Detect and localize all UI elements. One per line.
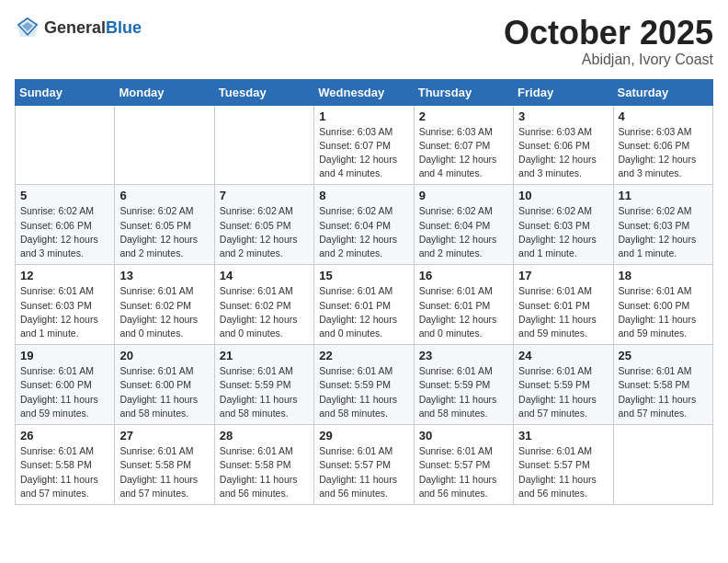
- day-number: 7: [220, 189, 309, 202]
- day-info: Sunrise: 6:01 AM Sunset: 5:58 PM Dayligh…: [619, 364, 708, 420]
- day-info: Sunrise: 6:01 AM Sunset: 6:02 PM Dayligh…: [220, 284, 309, 340]
- weekday-header: Saturday: [613, 79, 712, 105]
- logo: GeneralBlue: [15, 15, 142, 40]
- weekday-header: Monday: [115, 79, 214, 105]
- day-number: 27: [119, 429, 209, 442]
- calendar-cell: 15Sunrise: 6:01 AM Sunset: 6:01 PM Dayli…: [314, 265, 414, 345]
- day-number: 26: [20, 429, 109, 442]
- calendar-cell: 20Sunrise: 6:01 AM Sunset: 6:00 PM Dayli…: [115, 345, 214, 425]
- calendar-cell: 7Sunrise: 6:02 AM Sunset: 6:05 PM Daylig…: [214, 185, 313, 265]
- day-info: Sunrise: 6:01 AM Sunset: 6:01 PM Dayligh…: [419, 284, 508, 340]
- calendar-cell: 31Sunrise: 6:01 AM Sunset: 5:57 PM Dayli…: [514, 425, 613, 505]
- day-number: 12: [20, 269, 109, 282]
- day-number: 1: [319, 109, 408, 123]
- calendar-cell: [214, 105, 313, 185]
- calendar-cell: 22Sunrise: 6:01 AM Sunset: 5:59 PM Dayli…: [314, 345, 414, 425]
- day-info: Sunrise: 6:02 AM Sunset: 6:04 PM Dayligh…: [319, 204, 408, 260]
- logo-general: General: [44, 18, 106, 37]
- calendar-cell: 29Sunrise: 6:01 AM Sunset: 5:57 PM Dayli…: [314, 425, 414, 505]
- day-info: Sunrise: 6:02 AM Sunset: 6:06 PM Dayligh…: [20, 204, 109, 260]
- day-number: 23: [419, 349, 508, 362]
- calendar-cell: 3Sunrise: 6:03 AM Sunset: 6:06 PM Daylig…: [514, 105, 613, 185]
- day-info: Sunrise: 6:03 AM Sunset: 6:07 PM Dayligh…: [319, 125, 408, 181]
- day-number: 25: [619, 349, 708, 362]
- day-number: 18: [619, 269, 708, 282]
- calendar-cell: 14Sunrise: 6:01 AM Sunset: 6:02 PM Dayli…: [214, 265, 313, 345]
- day-info: Sunrise: 6:01 AM Sunset: 6:03 PM Dayligh…: [20, 284, 109, 340]
- day-info: Sunrise: 6:01 AM Sunset: 6:00 PM Dayligh…: [619, 284, 708, 340]
- calendar-cell: 24Sunrise: 6:01 AM Sunset: 5:59 PM Dayli…: [514, 345, 613, 425]
- calendar-cell: [613, 425, 712, 505]
- day-info: Sunrise: 6:02 AM Sunset: 6:03 PM Dayligh…: [518, 204, 608, 260]
- day-number: 6: [119, 189, 209, 202]
- day-info: Sunrise: 6:01 AM Sunset: 5:58 PM Dayligh…: [20, 444, 109, 500]
- day-info: Sunrise: 6:02 AM Sunset: 6:05 PM Dayligh…: [119, 204, 209, 260]
- day-number: 17: [518, 269, 608, 282]
- day-info: Sunrise: 6:01 AM Sunset: 6:00 PM Dayligh…: [20, 364, 109, 420]
- calendar-cell: 10Sunrise: 6:02 AM Sunset: 6:03 PM Dayli…: [514, 185, 613, 265]
- calendar-week-row: 12Sunrise: 6:01 AM Sunset: 6:03 PM Dayli…: [16, 265, 713, 345]
- calendar-cell: 1Sunrise: 6:03 AM Sunset: 6:07 PM Daylig…: [314, 105, 414, 185]
- calendar-cell: [115, 105, 214, 185]
- calendar-week-row: 1Sunrise: 6:03 AM Sunset: 6:07 PM Daylig…: [16, 105, 713, 185]
- calendar-cell: 4Sunrise: 6:03 AM Sunset: 6:06 PM Daylig…: [613, 105, 712, 185]
- day-number: 29: [319, 429, 408, 442]
- day-info: Sunrise: 6:01 AM Sunset: 5:58 PM Dayligh…: [119, 444, 209, 500]
- month-title: October 2025: [504, 15, 713, 52]
- day-info: Sunrise: 6:01 AM Sunset: 5:59 PM Dayligh…: [319, 364, 408, 420]
- day-info: Sunrise: 6:01 AM Sunset: 5:59 PM Dayligh…: [518, 364, 608, 420]
- day-info: Sunrise: 6:01 AM Sunset: 5:57 PM Dayligh…: [518, 444, 608, 500]
- day-info: Sunrise: 6:03 AM Sunset: 6:07 PM Dayligh…: [419, 125, 508, 181]
- calendar-cell: 12Sunrise: 6:01 AM Sunset: 6:03 PM Dayli…: [16, 265, 115, 345]
- weekday-header: Wednesday: [314, 79, 414, 105]
- calendar-cell: 2Sunrise: 6:03 AM Sunset: 6:07 PM Daylig…: [414, 105, 513, 185]
- day-number: 8: [319, 189, 408, 202]
- day-info: Sunrise: 6:01 AM Sunset: 6:01 PM Dayligh…: [319, 284, 408, 340]
- weekday-header-row: SundayMondayTuesdayWednesdayThursdayFrid…: [16, 79, 713, 105]
- weekday-header: Sunday: [16, 79, 115, 105]
- day-info: Sunrise: 6:02 AM Sunset: 6:04 PM Dayligh…: [419, 204, 508, 260]
- day-number: 14: [220, 269, 309, 282]
- title-block: October 2025 Abidjan, Ivory Coast: [504, 15, 713, 68]
- day-number: 5: [20, 189, 109, 202]
- calendar-cell: [16, 105, 115, 185]
- location-subtitle: Abidjan, Ivory Coast: [504, 52, 713, 68]
- day-number: 9: [419, 189, 508, 202]
- weekday-header: Tuesday: [214, 79, 313, 105]
- logo-blue: Blue: [106, 18, 142, 37]
- calendar-week-row: 19Sunrise: 6:01 AM Sunset: 6:00 PM Dayli…: [16, 345, 713, 425]
- day-info: Sunrise: 6:03 AM Sunset: 6:06 PM Dayligh…: [619, 125, 708, 181]
- weekday-header: Thursday: [414, 79, 513, 105]
- day-info: Sunrise: 6:03 AM Sunset: 6:06 PM Dayligh…: [518, 125, 608, 181]
- day-number: 2: [419, 109, 508, 123]
- calendar-cell: 11Sunrise: 6:02 AM Sunset: 6:03 PM Dayli…: [613, 185, 712, 265]
- day-number: 30: [419, 429, 508, 442]
- calendar-cell: 8Sunrise: 6:02 AM Sunset: 6:04 PM Daylig…: [314, 185, 414, 265]
- day-number: 19: [20, 349, 109, 362]
- day-number: 4: [619, 109, 708, 123]
- day-number: 3: [518, 109, 608, 123]
- calendar-cell: 19Sunrise: 6:01 AM Sunset: 6:00 PM Dayli…: [16, 345, 115, 425]
- calendar-cell: 18Sunrise: 6:01 AM Sunset: 6:00 PM Dayli…: [613, 265, 712, 345]
- day-number: 31: [518, 429, 608, 442]
- day-info: Sunrise: 6:01 AM Sunset: 5:57 PM Dayligh…: [419, 444, 508, 500]
- calendar-week-row: 5Sunrise: 6:02 AM Sunset: 6:06 PM Daylig…: [16, 185, 713, 265]
- page-header: GeneralBlue October 2025 Abidjan, Ivory …: [15, 15, 713, 68]
- calendar-cell: 21Sunrise: 6:01 AM Sunset: 5:59 PM Dayli…: [214, 345, 313, 425]
- calendar-cell: 23Sunrise: 6:01 AM Sunset: 5:59 PM Dayli…: [414, 345, 513, 425]
- day-info: Sunrise: 6:01 AM Sunset: 6:00 PM Dayligh…: [119, 364, 209, 420]
- day-info: Sunrise: 6:02 AM Sunset: 6:03 PM Dayligh…: [619, 204, 708, 260]
- day-info: Sunrise: 6:01 AM Sunset: 5:59 PM Dayligh…: [220, 364, 309, 420]
- day-number: 15: [319, 269, 408, 282]
- day-number: 28: [220, 429, 309, 442]
- calendar-cell: 17Sunrise: 6:01 AM Sunset: 6:01 PM Dayli…: [514, 265, 613, 345]
- calendar-cell: 6Sunrise: 6:02 AM Sunset: 6:05 PM Daylig…: [115, 185, 214, 265]
- day-number: 10: [518, 189, 608, 202]
- day-info: Sunrise: 6:01 AM Sunset: 5:59 PM Dayligh…: [419, 364, 508, 420]
- calendar-cell: 5Sunrise: 6:02 AM Sunset: 6:06 PM Daylig…: [16, 185, 115, 265]
- calendar-cell: 9Sunrise: 6:02 AM Sunset: 6:04 PM Daylig…: [414, 185, 513, 265]
- calendar-cell: 27Sunrise: 6:01 AM Sunset: 5:58 PM Dayli…: [115, 425, 214, 505]
- calendar-cell: 16Sunrise: 6:01 AM Sunset: 6:01 PM Dayli…: [414, 265, 513, 345]
- day-number: 13: [119, 269, 209, 282]
- day-info: Sunrise: 6:01 AM Sunset: 6:02 PM Dayligh…: [119, 284, 209, 340]
